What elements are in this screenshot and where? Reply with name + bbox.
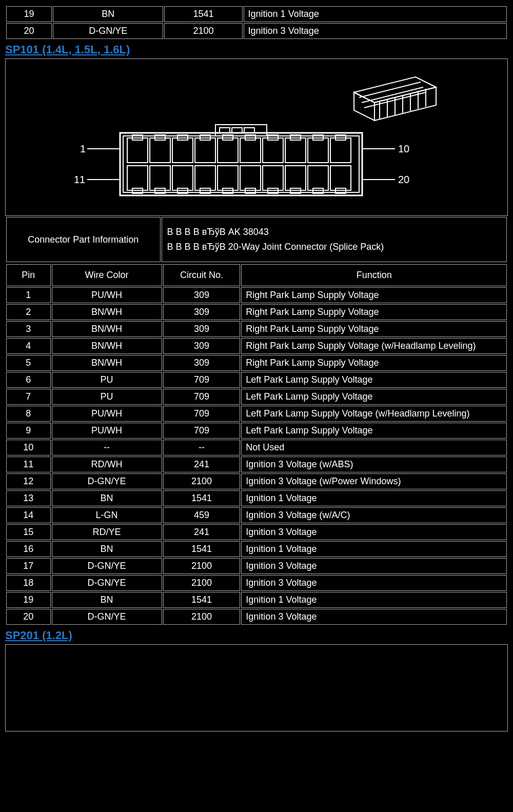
next-diagram-placeholder bbox=[5, 644, 508, 731]
cell-circuit: 1541 bbox=[163, 541, 241, 557]
cell-circuit: 241 bbox=[163, 524, 241, 540]
cell-pin: 15 bbox=[6, 524, 51, 540]
cell-pin: 14 bbox=[6, 507, 51, 523]
cell-function: Right Park Lamp Supply Voltage bbox=[241, 304, 507, 320]
table-row: 1PU/WH309Right Park Lamp Supply Voltage bbox=[6, 287, 507, 303]
cell-function: Ignition 1 Voltage bbox=[241, 592, 507, 608]
svg-rect-25 bbox=[195, 138, 215, 163]
cell-function: Ignition 3 Voltage bbox=[244, 23, 507, 39]
svg-rect-43 bbox=[172, 166, 193, 190]
cell-function: Right Park Lamp Supply Voltage bbox=[241, 355, 507, 371]
svg-rect-13 bbox=[123, 136, 359, 192]
cell-function: Right Park Lamp Supply Voltage bbox=[241, 287, 507, 303]
cell-pin: 19 bbox=[6, 592, 51, 608]
cell-function: Ignition 3 Voltage (w/A/C) bbox=[241, 507, 507, 523]
cell-circuit: 309 bbox=[163, 321, 241, 337]
svg-rect-45 bbox=[195, 166, 215, 190]
cell-pin: 18 bbox=[6, 575, 51, 591]
cell-circuit: 309 bbox=[163, 304, 241, 320]
connector-info-value: В В В В вЂўВ AK 38043 В В В В вЂўВ 20-Wa… bbox=[162, 217, 507, 262]
connector-info-line1: В В В В вЂўВ AK 38043 bbox=[167, 225, 501, 240]
table-row: 14L-GN459Ignition 3 Voltage (w/A/C) bbox=[6, 507, 507, 523]
cell-wire: RD/YE bbox=[52, 524, 162, 540]
cell-pin: 2 bbox=[6, 304, 51, 320]
cell-pin: 12 bbox=[6, 473, 51, 489]
svg-rect-14 bbox=[120, 133, 362, 195]
pin-label-20: 20 bbox=[398, 174, 409, 185]
table-row: 7PU709Left Park Lamp Supply Voltage bbox=[6, 389, 507, 405]
cell-function: Ignition 3 Voltage bbox=[241, 558, 507, 574]
cell-wire: PU bbox=[52, 389, 162, 405]
cell-wire: L-GN bbox=[52, 507, 162, 523]
cell-wire: PU/WH bbox=[52, 406, 162, 422]
cell-pin: 1 bbox=[6, 287, 51, 303]
pin-table: Pin Wire Color Circuit No. Function 1PU/… bbox=[5, 263, 508, 626]
cell-wire: D-GN/YE bbox=[52, 575, 162, 591]
cell-function: Left Park Lamp Supply Voltage bbox=[241, 372, 507, 388]
cell-pin: 20 bbox=[6, 609, 51, 625]
table-row: 5BN/WH309Right Park Lamp Supply Voltage bbox=[6, 355, 507, 371]
table-row: 10----Not Used bbox=[6, 440, 507, 455]
cell-circuit: 1541 bbox=[163, 490, 241, 506]
cell-wire: BN/WH bbox=[52, 304, 162, 320]
cell-function: Ignition 3 Voltage bbox=[241, 575, 507, 591]
cell-function: Ignition 1 Voltage bbox=[244, 6, 507, 22]
svg-rect-47 bbox=[218, 166, 238, 190]
cell-pin: 7 bbox=[6, 389, 51, 405]
cell-circuit: 309 bbox=[163, 355, 241, 371]
svg-rect-19 bbox=[127, 138, 148, 163]
section-heading-sp201: SP201 (1.2L) bbox=[5, 629, 508, 642]
table-row: 16BN1541Ignition 1 Voltage bbox=[6, 541, 507, 557]
table-row: 20D-GN/YE2100Ignition 3 Voltage bbox=[6, 23, 507, 39]
col-header-pin: Pin bbox=[6, 264, 51, 286]
cell-pin: 16 bbox=[6, 541, 51, 557]
connector-info-label: Connector Part Information bbox=[6, 217, 161, 262]
col-header-wire: Wire Color bbox=[52, 264, 162, 286]
cell-function: Ignition 3 Voltage (w/Power Windows) bbox=[241, 473, 507, 489]
col-header-function: Function bbox=[241, 264, 507, 286]
cell-pin: 17 bbox=[6, 558, 51, 574]
svg-rect-27 bbox=[218, 138, 238, 163]
cell-circuit: 1541 bbox=[164, 6, 242, 22]
cell-pin: 20 bbox=[6, 23, 52, 39]
pin-label-11: 11 bbox=[74, 174, 85, 185]
connector-diagram-svg: 1 10 11 20 bbox=[62, 69, 451, 203]
svg-rect-33 bbox=[285, 138, 306, 163]
cell-wire: PU/WH bbox=[52, 287, 162, 303]
cell-function: Ignition 1 Voltage bbox=[241, 490, 507, 506]
table-row: 19BN1541Ignition 1 Voltage bbox=[6, 592, 507, 608]
table-row: 20D-GN/YE2100Ignition 3 Voltage bbox=[6, 609, 507, 625]
table-row: 12D-GN/YE2100Ignition 3 Voltage (w/Power… bbox=[6, 473, 507, 489]
cell-function: Left Park Lamp Supply Voltage bbox=[241, 423, 507, 439]
section-heading-sp101: SP101 (1.4L, 1.5L, 1.6L) bbox=[5, 43, 508, 56]
svg-rect-23 bbox=[172, 138, 193, 163]
pin-label-10: 10 bbox=[398, 143, 409, 154]
cell-wire: RD/WH bbox=[52, 457, 162, 472]
svg-rect-35 bbox=[308, 138, 328, 163]
cell-wire: PU/WH bbox=[52, 423, 162, 439]
connector-info-table: Connector Part Information В В В В вЂўВ … bbox=[5, 216, 508, 263]
cell-pin: 3 bbox=[6, 321, 51, 337]
cell-circuit: 459 bbox=[163, 507, 241, 523]
table-row: 3BN/WH309Right Park Lamp Supply Voltage bbox=[6, 321, 507, 337]
svg-rect-57 bbox=[330, 166, 351, 190]
cell-pin: 11 bbox=[6, 457, 51, 472]
cell-function: Ignition 3 Voltage bbox=[241, 609, 507, 625]
cell-wire: BN bbox=[52, 490, 162, 506]
table-row: 2BN/WH309Right Park Lamp Supply Voltage bbox=[6, 304, 507, 320]
table-row: 18D-GN/YE2100Ignition 3 Voltage bbox=[6, 575, 507, 591]
cell-pin: 5 bbox=[6, 355, 51, 371]
cell-wire: D-GN/YE bbox=[52, 558, 162, 574]
svg-rect-39 bbox=[127, 166, 148, 190]
cell-circuit: 309 bbox=[163, 338, 241, 354]
cell-function: Left Park Lamp Supply Voltage (w/Headlam… bbox=[241, 406, 507, 422]
cell-function: Ignition 3 Voltage (w/ABS) bbox=[241, 457, 507, 472]
svg-rect-29 bbox=[240, 138, 261, 163]
pin-table-header: Pin Wire Color Circuit No. Function bbox=[6, 264, 507, 286]
cell-pin: 9 bbox=[6, 423, 51, 439]
cell-circuit: 2100 bbox=[163, 558, 241, 574]
svg-rect-21 bbox=[150, 138, 170, 163]
table-row: 11RD/WH241Ignition 3 Voltage (w/ABS) bbox=[6, 457, 507, 472]
cell-circuit: 2100 bbox=[164, 23, 242, 39]
cell-function: Not Used bbox=[241, 440, 507, 455]
